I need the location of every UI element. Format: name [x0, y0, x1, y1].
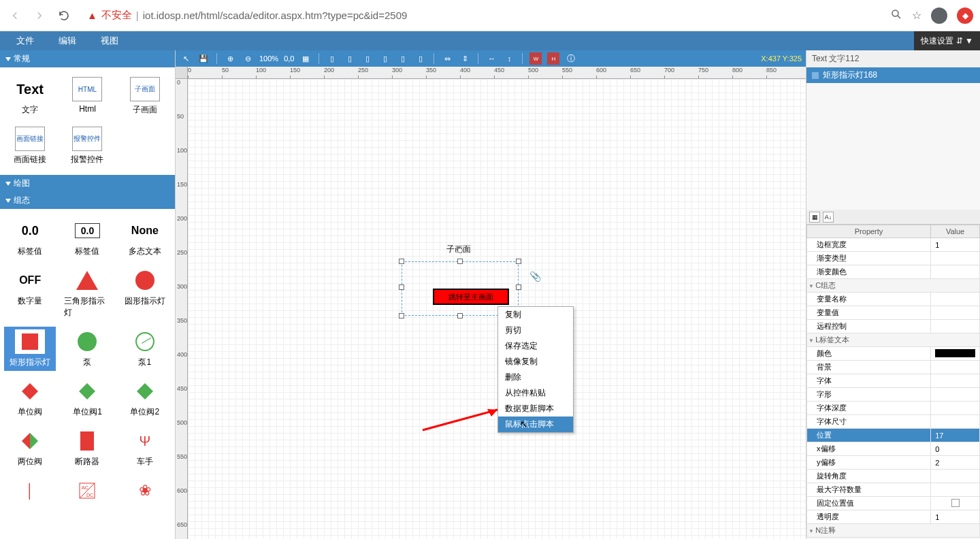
property-name[interactable]: 旋转角度	[807, 470, 931, 483]
property-name[interactable]: 变量值	[807, 306, 931, 320]
star-icon[interactable]: ☆	[912, 9, 921, 22]
property-name[interactable]: x偏移	[807, 442, 931, 456]
reload-button[interactable]	[56, 7, 72, 24]
menu-file[interactable]: 文件	[4, 35, 46, 47]
sel-handle-ne[interactable]	[516, 259, 521, 264]
menu-edit[interactable]: 编辑	[46, 35, 88, 47]
property-value[interactable]: 17	[931, 429, 980, 442]
context-menu-item[interactable]: 数据更新脚本	[498, 401, 573, 416]
property-name[interactable]: 字形	[807, 388, 931, 402]
property-value[interactable]	[931, 497, 980, 510]
context-menu-item[interactable]: 删除	[498, 370, 573, 385]
sel-handle-s[interactable]	[457, 313, 463, 318]
tool-pagelink[interactable]: 画面链接画面链接	[4, 124, 56, 168]
same-width[interactable]: ↔	[485, 52, 497, 65]
property-value[interactable]	[931, 293, 980, 306]
sel-handle-sw[interactable]	[399, 313, 404, 318]
tool-subcanvas[interactable]: 子画面子画面	[119, 74, 171, 118]
property-value[interactable]	[931, 347, 980, 361]
tool-tagval2[interactable]: 0.0标签值	[61, 216, 113, 260]
tool-valve1[interactable]: 单位阀1	[61, 376, 113, 421]
object-item[interactable]: 矩形指示灯168	[806, 67, 980, 83]
tool-extra2[interactable]: ACDC	[61, 476, 113, 506]
zoom-icon[interactable]	[890, 8, 902, 23]
zoom-out[interactable]: ⊖	[242, 52, 254, 65]
align-center[interactable]: ▯	[344, 52, 356, 65]
btn-w[interactable]: W	[529, 52, 542, 65]
context-menu-item[interactable]: 复制	[498, 307, 573, 323]
align-bottom[interactable]: ▯	[414, 52, 427, 65]
tool-valve[interactable]: 单位阀	[4, 376, 56, 421]
property-name[interactable]: 字体尺寸	[807, 415, 931, 429]
forward-button[interactable]	[31, 7, 48, 24]
property-name[interactable]: 渐变类型	[807, 252, 931, 265]
breadcrumb[interactable]: Text 文字112	[806, 50, 980, 67]
property-value[interactable]	[931, 470, 980, 483]
property-group[interactable]: L标签文本	[807, 333, 980, 347]
categorized-button[interactable]: ▦	[809, 212, 820, 223]
property-group[interactable]: N注释	[807, 524, 980, 538]
property-value[interactable]	[931, 306, 980, 320]
account-icon[interactable]: ◆	[957, 7, 973, 24]
same-height[interactable]: ↕	[503, 52, 515, 65]
btn-h[interactable]: H	[547, 52, 559, 65]
align-right[interactable]: ▯	[361, 52, 374, 65]
context-menu-item[interactable]: 剪切	[498, 323, 573, 338]
sel-handle-w[interactable]	[399, 284, 404, 290]
tool-triangle-led[interactable]: 三角形指示灯	[61, 265, 113, 321]
url-bar[interactable]: ▲ 不安全 | iot.idosp.net/html/scada/editor.…	[80, 9, 882, 22]
panel-general[interactable]: 常规	[0, 50, 175, 67]
property-value[interactable]	[931, 388, 980, 402]
align-left[interactable]: ▯	[326, 52, 338, 65]
property-name[interactable]: 字体	[807, 374, 931, 388]
alphabetic-button[interactable]: A↓	[823, 212, 834, 223]
property-value[interactable]: 2	[931, 456, 980, 470]
tool-digital[interactable]: OFF数字量	[4, 265, 56, 321]
tool-text[interactable]: Text文字	[4, 74, 56, 118]
property-value[interactable]	[931, 320, 980, 333]
align-top[interactable]: ▯	[379, 52, 391, 65]
info-button[interactable]: ⓘ	[565, 52, 577, 65]
property-name[interactable]: 背景	[807, 361, 931, 374]
property-value[interactable]: 0	[931, 442, 980, 456]
property-name[interactable]: 透明度	[807, 510, 931, 524]
dist-v[interactable]: ⇕	[459, 52, 471, 65]
property-name[interactable]: 边框宽度	[807, 238, 931, 252]
property-name[interactable]: 位置	[807, 429, 931, 442]
align-middle[interactable]: ▯	[397, 52, 409, 65]
property-name[interactable]: 固定位置值	[807, 497, 931, 510]
panel-drawing[interactable]: 绘图	[0, 175, 175, 192]
tool-html[interactable]: HTMLHtml	[61, 74, 113, 118]
save-button[interactable]: 💾	[197, 52, 210, 65]
property-name[interactable]: 最大字符数量	[807, 483, 931, 497]
property-name[interactable]: 变量名称	[807, 293, 931, 306]
property-value[interactable]	[931, 483, 980, 497]
property-value[interactable]	[931, 265, 980, 279]
tool-pump1[interactable]: 泵1	[119, 327, 171, 371]
zoom-in[interactable]: ⊕	[224, 52, 236, 65]
tool-alarm[interactable]: 报警控件报警控件	[61, 124, 113, 168]
property-value[interactable]: 1	[931, 238, 980, 252]
menu-view[interactable]: 视图	[88, 35, 131, 47]
tool-twovalve[interactable]: 两位阀	[4, 426, 56, 470]
tool-pump[interactable]: 泵	[61, 327, 113, 371]
property-value[interactable]	[931, 361, 980, 374]
tool-valve2[interactable]: 单位阀2	[119, 376, 171, 421]
property-name[interactable]: 远程控制	[807, 320, 931, 333]
property-value[interactable]	[931, 402, 980, 415]
context-menu-item[interactable]: 从控件粘贴	[498, 385, 573, 401]
rotate-handle[interactable]	[457, 248, 463, 253]
sel-handle-nw[interactable]	[399, 259, 404, 264]
tool-multitext[interactable]: None多态文本	[119, 216, 171, 260]
property-group[interactable]: C组态	[807, 279, 980, 293]
context-menu-item[interactable]: 鼠标点击脚本	[498, 416, 573, 432]
tb-btn[interactable]: ▦	[299, 52, 312, 65]
canvas[interactable]: 子画面 📎 跳转至主画面 复制剪切保存选定镜像复制删除从控件粘贴数据更新脚本鼠标…	[188, 79, 806, 539]
context-menu-item[interactable]: 保存选定	[498, 338, 573, 354]
tool-extra1[interactable]: │	[4, 476, 56, 506]
panel-state[interactable]: 组态	[0, 192, 175, 209]
tool-tagval[interactable]: 0.0标签值	[4, 216, 56, 260]
tool-circle-led[interactable]: 圆形指示灯	[119, 265, 171, 321]
property-name[interactable]: 字体深度	[807, 402, 931, 415]
sel-handle-e[interactable]	[516, 284, 521, 290]
